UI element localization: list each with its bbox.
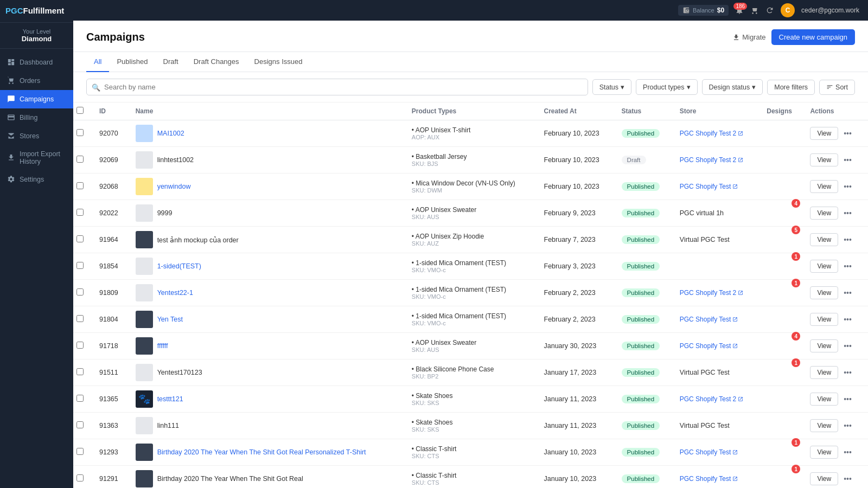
more-actions-button[interactable]: •••	[841, 208, 854, 219]
search-input[interactable]	[86, 79, 588, 95]
campaign-name-link[interactable]: testtt121	[157, 395, 183, 403]
more-actions-button[interactable]: •••	[841, 341, 854, 351]
tab-all[interactable]: All	[86, 52, 109, 72]
row-checkbox[interactable]	[76, 182, 84, 189]
row-checkbox[interactable]	[76, 129, 84, 136]
sidebar-item-campaigns[interactable]: Campaigns	[0, 90, 73, 108]
sort-icon	[826, 84, 833, 91]
notification-bell[interactable]: 186	[735, 6, 744, 15]
row-checkbox[interactable]	[76, 421, 84, 428]
tab-draft-changes[interactable]: Draft Changes	[186, 52, 247, 72]
design-status-filter[interactable]: Design status ▾	[702, 79, 763, 95]
tab-published[interactable]: Published	[109, 52, 155, 72]
campaign-name-link[interactable]: Birthday 2020 The Year When The Shit Got…	[157, 448, 366, 456]
notification-count: 186	[733, 3, 747, 10]
store-link[interactable]: PGC Shopify Test 2	[680, 289, 754, 297]
avatar[interactable]: C	[781, 3, 795, 17]
campaign-name-text: linh111	[157, 422, 179, 429]
campaign-name-link[interactable]: MAI1002	[157, 130, 184, 137]
more-actions-button[interactable]: •••	[841, 447, 854, 458]
more-actions-button[interactable]: •••	[841, 155, 854, 165]
store-link[interactable]: PGC Shopify Test	[680, 183, 754, 190]
more-actions-button[interactable]: •••	[841, 234, 854, 245]
status-cell: Published	[615, 120, 673, 147]
store-link[interactable]: PGC Shopify Test	[680, 342, 754, 350]
table-row: 91365 🐾 testtt121 • Skate Shoes SKU: SKS…	[73, 386, 868, 413]
campaign-name-link[interactable]: Yentest22-1	[157, 289, 193, 297]
view-button[interactable]: View	[810, 313, 838, 326]
view-button[interactable]: View	[810, 393, 838, 406]
sort-button[interactable]: Sort	[819, 80, 855, 95]
row-checkbox[interactable]	[76, 342, 84, 349]
view-button[interactable]: View	[810, 127, 838, 140]
more-actions-button[interactable]: •••	[841, 128, 854, 139]
more-actions-button[interactable]: •••	[841, 394, 854, 404]
row-checkbox[interactable]	[76, 395, 84, 402]
more-actions-button[interactable]: •••	[841, 287, 854, 298]
actions-cell: View •••	[803, 120, 868, 147]
campaign-name-link[interactable]: ffffff	[157, 342, 168, 350]
row-checkbox[interactable]	[76, 288, 84, 296]
col-status: Status	[615, 102, 673, 120]
row-checkbox[interactable]	[76, 156, 84, 163]
more-filters-button[interactable]: More filters	[767, 80, 815, 95]
view-button[interactable]: View	[810, 153, 838, 166]
status-badge: Published	[622, 474, 660, 483]
create-campaign-button[interactable]: Create new campaign	[771, 29, 855, 45]
tab-designs-issued[interactable]: Designs Issued	[247, 52, 310, 72]
tab-draft[interactable]: Draft	[156, 52, 186, 72]
more-actions-button[interactable]: •••	[841, 420, 854, 431]
store-link[interactable]: PGC Shopify Test	[680, 316, 754, 323]
row-checkbox[interactable]	[76, 315, 84, 322]
more-actions-button[interactable]: •••	[841, 473, 854, 484]
view-button[interactable]: View	[810, 339, 838, 352]
campaign-id: 91363	[93, 413, 129, 439]
store-link[interactable]: PGC Shopify Test	[680, 448, 754, 456]
actions-cell: View •••	[803, 466, 868, 489]
sidebar-item-stores[interactable]: Stores	[0, 127, 73, 145]
campaign-name-link[interactable]: yenwindow	[157, 183, 191, 190]
product-type-cell: • Classic T-shirt SKU: CTS	[405, 466, 538, 489]
sidebar-item-billing[interactable]: Billing	[0, 108, 73, 127]
view-button[interactable]: View	[810, 419, 838, 432]
view-button[interactable]: View	[810, 286, 838, 299]
sidebar-item-dashboard[interactable]: Dashboard	[0, 53, 73, 72]
store-link[interactable]: PGC Shopify Test 2	[680, 395, 754, 403]
row-checkbox[interactable]	[76, 209, 84, 216]
more-actions-button[interactable]: •••	[841, 261, 854, 272]
campaign-name-link[interactable]: Yen Test	[157, 316, 183, 323]
view-button[interactable]: View	[810, 260, 838, 273]
sidebar-item-settings[interactable]: Settings	[0, 170, 73, 189]
product-type-name: • Black Silicone Phone Case	[412, 365, 531, 373]
more-actions-button[interactable]: •••	[841, 181, 854, 192]
row-checkbox[interactable]	[76, 448, 84, 455]
store-link[interactable]: PGC Shopify Test 2	[680, 130, 754, 137]
refresh-btn[interactable]	[765, 6, 774, 15]
store-link[interactable]: PGC Shopify Test	[680, 475, 754, 483]
campaign-name-cell: ffffff	[129, 333, 405, 359]
view-button[interactable]: View	[810, 207, 838, 220]
store-link[interactable]: PGC Shopify Test 2	[680, 156, 754, 164]
product-types-filter[interactable]: Product types ▾	[636, 79, 697, 95]
row-checkbox[interactable]	[76, 262, 84, 269]
view-button[interactable]: View	[810, 446, 838, 459]
row-checkbox[interactable]	[76, 368, 84, 375]
row-checkbox[interactable]	[76, 474, 84, 481]
view-button[interactable]: View	[810, 472, 838, 485]
sidebar-item-orders[interactable]: Orders	[0, 72, 73, 90]
view-button[interactable]: View	[810, 180, 838, 193]
select-all-checkbox[interactable]	[76, 107, 84, 114]
cart-icon-btn[interactable]	[750, 6, 759, 15]
campaign-name-link[interactable]: 1-sided(TEST)	[157, 262, 201, 270]
col-store: Store	[673, 102, 760, 120]
sidebar-item-import-export[interactable]: Import Export History	[0, 145, 73, 170]
status-filter[interactable]: Status ▾	[592, 79, 631, 95]
view-button[interactable]: View	[810, 233, 838, 246]
migrate-button[interactable]: Migrate	[732, 33, 765, 41]
more-actions-button[interactable]: •••	[841, 314, 854, 325]
view-button[interactable]: View	[810, 366, 838, 379]
product-type-cell: • AOP Unisex T-shirt AOP: AUX	[405, 120, 538, 147]
row-checkbox[interactable]	[76, 235, 84, 242]
more-actions-button[interactable]: •••	[841, 367, 854, 378]
table-row: 91511 Yentest170123 • Black Silicone Pho…	[73, 359, 868, 386]
